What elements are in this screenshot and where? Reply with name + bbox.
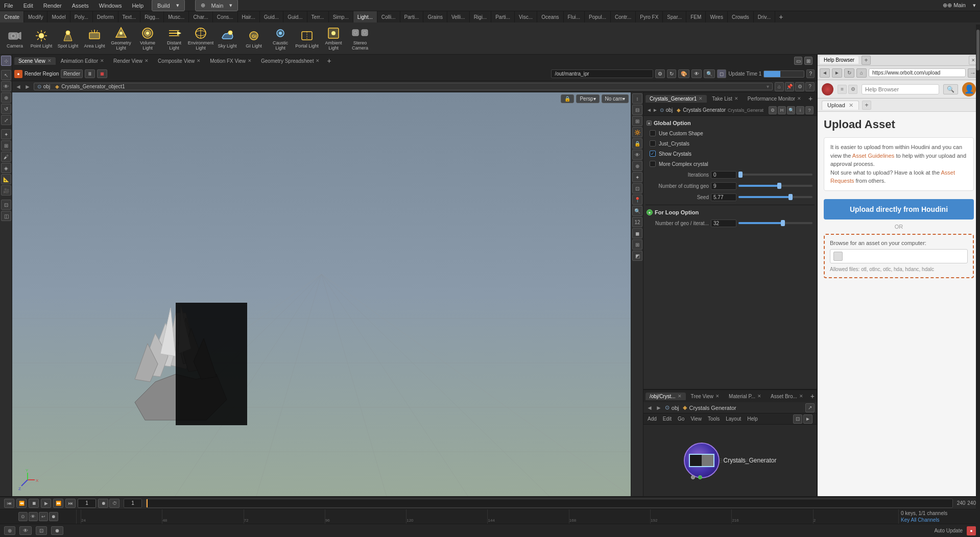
tab-composite-close[interactable]: ✕ bbox=[197, 58, 201, 63]
tab-render-view[interactable]: Render View ✕ bbox=[109, 57, 153, 65]
header-settings-btn[interactable]: ⚙ bbox=[848, 85, 857, 94]
shelf-tab-guid2[interactable]: Guid... bbox=[283, 11, 307, 22]
build-dropdown[interactable]: Build ▾ bbox=[152, 0, 184, 11]
tool-transform[interactable]: ⊕ bbox=[1, 92, 11, 103]
rs-tool-15[interactable]: ◩ bbox=[632, 251, 642, 261]
tool-rotate[interactable]: ↺ bbox=[1, 104, 11, 114]
rs-tool-12[interactable]: 12 bbox=[632, 217, 642, 227]
tool-paint[interactable]: 🖌 bbox=[1, 152, 11, 162]
shelf-tab-oceans[interactable]: Oceans bbox=[537, 11, 563, 22]
tab-crystals-gen[interactable]: Crystals_Generator1 ✕ bbox=[646, 95, 707, 103]
tool-camera-nav[interactable]: 🎥 bbox=[1, 185, 11, 196]
tab-scene-view[interactable]: Scene View ✕ bbox=[14, 57, 56, 65]
shelf-tab-colli[interactable]: Colli... bbox=[377, 11, 400, 22]
tl-next-btn[interactable]: ⏩ bbox=[53, 499, 63, 508]
render-update-btn[interactable]: ↻ bbox=[667, 69, 676, 78]
rs-tool-1[interactable]: ↕ bbox=[632, 93, 642, 104]
upload-houdini-btn[interactable]: Upload directly from Houdini bbox=[824, 199, 974, 219]
geo-iterat-value[interactable]: 32 bbox=[711, 219, 736, 227]
prop-houdini-btn[interactable]: H bbox=[778, 106, 786, 114]
shelf-tab-visc[interactable]: Visc... bbox=[515, 11, 537, 22]
shelf-tab-simp[interactable]: Simp... bbox=[329, 11, 353, 22]
iterations-value[interactable]: 0 bbox=[711, 171, 736, 179]
ne-jump-btn[interactable]: ↗ bbox=[805, 403, 815, 412]
shelf-tab-pyro[interactable]: Pyro FX bbox=[636, 11, 663, 22]
node-canvas[interactable]: Geometry bbox=[643, 425, 817, 496]
tab-scene-view-close[interactable]: ✕ bbox=[47, 58, 52, 63]
seed-slider[interactable] bbox=[738, 196, 812, 198]
tool-caustic-light[interactable]: Caustic Light bbox=[268, 25, 293, 52]
ne-layout-btn[interactable]: Layout bbox=[724, 415, 743, 423]
tool-distant-light[interactable]: Distant Light bbox=[161, 25, 187, 52]
user-icon[interactable]: 👤 bbox=[962, 82, 976, 96]
shelf-tab-create[interactable]: Create bbox=[0, 11, 24, 22]
tl-view-btn[interactable]: 👁 bbox=[29, 512, 38, 521]
tool-area-light[interactable]: Area Light bbox=[82, 25, 107, 52]
tool-camera[interactable]: Camera bbox=[2, 25, 28, 52]
viewport-fwd-btn[interactable]: ► bbox=[23, 83, 32, 90]
menu-assets[interactable]: Assets bbox=[70, 2, 91, 10]
checkbox-complex-crystal-input[interactable] bbox=[650, 161, 656, 167]
header-menu-btn[interactable]: ≡ bbox=[838, 85, 847, 94]
shelf-tab-cons[interactable]: Cons... bbox=[213, 11, 238, 22]
shelf-tab-light[interactable]: Light... bbox=[353, 11, 377, 22]
tool-sky-light[interactable]: Sky Light bbox=[214, 25, 240, 52]
shelf-tab-parti2[interactable]: Parti... bbox=[491, 11, 515, 22]
browser-back-btn[interactable]: ◄ bbox=[820, 68, 830, 78]
tool-scale[interactable]: ⤢ bbox=[1, 115, 11, 125]
crystals-generator-node[interactable]: Crystals_Generator bbox=[683, 443, 776, 478]
bottom-view-btn[interactable]: 👁 bbox=[19, 526, 32, 535]
search-input[interactable] bbox=[862, 84, 939, 94]
tool-geometry-light[interactable]: Geometry Light bbox=[108, 25, 134, 52]
tool-select[interactable]: ⊹ bbox=[1, 56, 11, 66]
menu-file[interactable]: File bbox=[2, 2, 15, 10]
cutting-geo-value[interactable]: 9 bbox=[711, 182, 736, 190]
ne-tool2[interactable]: ► bbox=[803, 414, 812, 424]
checkbox-just-crystals-input[interactable] bbox=[650, 140, 656, 147]
rs-tool-3[interactable]: ⊞ bbox=[632, 116, 642, 126]
file-input-bar[interactable] bbox=[830, 249, 968, 263]
render-search-btn[interactable]: 🔍 bbox=[704, 69, 715, 78]
prop-help-btn[interactable]: ? bbox=[805, 106, 814, 114]
shelf-tab-hair[interactable]: Hair... bbox=[238, 11, 260, 22]
timeline-scrubber[interactable] bbox=[146, 499, 953, 508]
tl-end-btn[interactable]: ⏭ bbox=[65, 499, 76, 508]
rs-tool-4[interactable]: 🔆 bbox=[632, 127, 642, 137]
path-dropdown-arrow[interactable]: ▾ bbox=[767, 84, 769, 89]
shelf-tab-char[interactable]: Char... bbox=[189, 11, 212, 22]
rs-tool-11[interactable]: 🔍 bbox=[632, 206, 642, 216]
geo-iterat-slider[interactable] bbox=[738, 222, 812, 224]
rs-tool-13[interactable]: ◼ bbox=[632, 228, 642, 238]
tab-asset-bro[interactable]: Asset Bro... ✕ bbox=[767, 393, 807, 400]
tool-stereo-camera[interactable]: Stereo Camera bbox=[347, 25, 373, 52]
viewport-3d-main[interactable]: 🔒 Persp▾ No cam▾ bbox=[12, 92, 631, 496]
tool-comp2[interactable]: ◫ bbox=[1, 211, 11, 221]
render-path[interactable]: /out/mantra_ipr bbox=[551, 69, 653, 78]
geo-iterat-handle[interactable] bbox=[781, 220, 785, 226]
tab-material-p[interactable]: Material P... ✕ bbox=[725, 393, 766, 400]
tool-portal-light[interactable]: Portal Light bbox=[294, 25, 320, 52]
checkbox-custom-shape-input[interactable] bbox=[650, 130, 656, 136]
render-active-btn[interactable]: ◻ bbox=[717, 69, 726, 78]
shelf-tab-rigg[interactable]: Rigg... bbox=[140, 11, 164, 22]
iterations-handle[interactable] bbox=[738, 172, 743, 178]
tab-help-browser[interactable]: Help Browser bbox=[820, 56, 858, 64]
tool-handle[interactable]: ✦ bbox=[1, 129, 11, 139]
rs-tool-2[interactable]: ⊟ bbox=[632, 105, 642, 115]
add-ne-tab[interactable]: + bbox=[808, 392, 817, 400]
ne-back[interactable]: ◄ bbox=[646, 404, 654, 411]
ne-tool1[interactable]: ⊡ bbox=[793, 414, 802, 424]
shelf-tab-crowds[interactable]: Crowds bbox=[728, 11, 754, 22]
ne-help-btn[interactable]: Help bbox=[745, 415, 760, 423]
bottom-snap-btn[interactable]: ⊡ bbox=[36, 526, 47, 535]
shelf-tab-text[interactable]: Text... bbox=[118, 11, 141, 22]
panel-collapse-btn[interactable]: ▭ bbox=[794, 57, 802, 65]
tl-prev-btn[interactable]: ⏪ bbox=[16, 499, 27, 508]
tab-ne-crystals-close[interactable]: ✕ bbox=[678, 394, 682, 399]
for-loop-toggle[interactable]: ● bbox=[647, 209, 653, 215]
browser-refresh-btn[interactable]: ↻ bbox=[844, 68, 854, 78]
prop-fwd[interactable]: ► bbox=[653, 107, 658, 113]
tab-motion-fx[interactable]: Motion FX View ✕ bbox=[206, 57, 256, 65]
add-browser-tab[interactable]: + bbox=[862, 56, 871, 65]
shelf-tab-grains[interactable]: Grains bbox=[423, 11, 447, 22]
